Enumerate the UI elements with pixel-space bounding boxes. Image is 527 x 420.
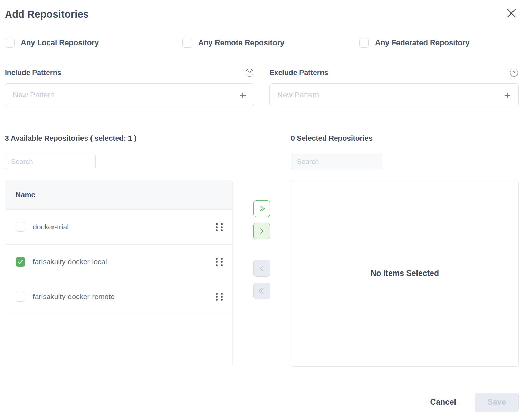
drag-handle-icon[interactable] [216,223,223,231]
repo-checkbox[interactable] [16,292,25,302]
move-all-right-button[interactable] [253,200,270,217]
repo-name: farisakuity-docker-local [33,258,107,266]
table-row: farisakuity-docker-remote [5,279,232,314]
any-remote-checkbox[interactable] [182,38,192,48]
available-repositories-panel: 3 Available Repositories ( selected: 1 )… [5,134,233,367]
repo-table-body: docker-trial farisakuity-docker-local fa… [5,210,232,314]
include-help-icon[interactable]: ? [246,69,253,77]
any-local-label: Any Local Repository [21,38,99,47]
filter-any-federated: Any Federated Repository [359,38,519,48]
available-search-input[interactable] [5,154,96,169]
include-pattern-fieldbox: + [5,83,254,106]
exclude-help-icon[interactable]: ? [510,69,518,77]
any-federated-label: Any Federated Repository [375,38,470,47]
selected-repositories-list: No Items Selected [291,180,519,367]
dialog-footer: Cancel Save [0,384,527,420]
include-pattern-input[interactable] [13,90,239,99]
move-right-button[interactable] [253,223,270,239]
selected-search-input[interactable] [291,154,382,169]
close-button[interactable] [506,8,517,19]
any-remote-label: Any Remote Repository [198,38,284,47]
chevron-left-icon [258,264,266,273]
table-header: Name [5,180,232,210]
add-repositories-dialog: Add Repositories Any Local Repository An… [0,0,527,420]
double-chevron-left-icon [258,287,266,295]
drag-handle-icon[interactable] [216,293,223,301]
move-left-button[interactable] [253,260,270,277]
selected-repositories-title: 0 Selected Repositories [291,134,519,142]
drag-handle-icon[interactable] [216,258,223,266]
check-icon [18,260,23,264]
filter-any-remote: Any Remote Repository [182,38,359,48]
empty-state-message: No Items Selected [371,269,439,278]
dialog-title: Add Repositories [5,9,89,20]
dialog-header: Add Repositories [5,9,519,20]
repo-name: docker-trial [33,223,69,231]
filter-any-local: Any Local Repository [5,38,182,48]
close-icon [506,8,517,18]
transfer-buttons [233,134,291,367]
exclude-pattern-input[interactable] [277,90,504,99]
repo-name: farisakuity-docker-remote [33,293,115,301]
available-repositories-title: 3 Available Repositories ( selected: 1 ) [5,134,233,142]
repositories-transfer-section: 3 Available Repositories ( selected: 1 )… [5,134,519,367]
exclude-add-icon[interactable]: + [504,89,511,101]
repo-checkbox[interactable] [16,222,25,232]
include-add-icon[interactable]: + [239,89,246,101]
repo-checkbox[interactable] [16,257,25,267]
repo-type-filters: Any Local Repository Any Remote Reposito… [5,38,519,48]
table-row: docker-trial [5,210,232,245]
move-all-left-button[interactable] [253,283,270,299]
save-button[interactable]: Save [475,393,519,412]
patterns-section: Include Patterns ? + Exclude Patterns ? … [5,68,519,106]
name-column-header: Name [16,191,35,199]
any-federated-checkbox[interactable] [359,38,369,48]
exclude-patterns-label: Exclude Patterns [269,68,328,77]
chevron-right-icon [258,227,266,235]
double-chevron-right-icon [258,204,266,213]
any-local-checkbox[interactable] [5,38,15,48]
include-patterns-label: Include Patterns [5,68,61,77]
exclude-patterns: Exclude Patterns ? + [269,68,519,106]
available-repositories-table: Name docker-trial farisakuity-docker-loc… [5,180,233,366]
cancel-button[interactable]: Cancel [430,398,456,407]
exclude-pattern-fieldbox: + [269,83,519,106]
include-patterns: Include Patterns ? + [5,68,254,106]
selected-repositories-panel: 0 Selected Repositories No Items Selecte… [291,134,519,367]
table-row: farisakuity-docker-local [5,245,232,279]
